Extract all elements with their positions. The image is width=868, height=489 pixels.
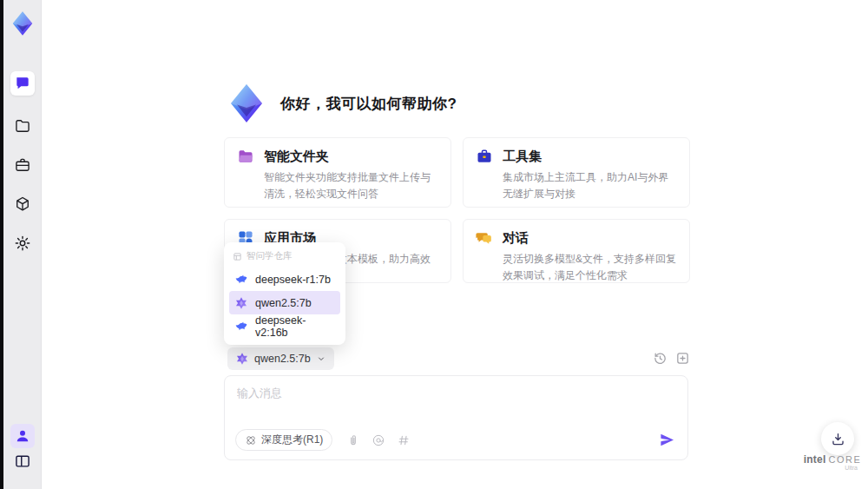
message-input[interactable] <box>237 386 671 426</box>
new-chat-icon[interactable] <box>675 351 690 366</box>
briefcase-icon <box>14 156 31 174</box>
app-window: 你好，我可以如何帮助你? 智能文件夹 智能文件夹功能支持批量文件上传与清洗，轻松… <box>0 0 868 489</box>
intel-logo-text: intel <box>804 453 826 466</box>
card-desc: 智能文件夹功能支持批量文件上传与清洗，轻松实现文件问答 <box>264 169 438 202</box>
deepseek-icon <box>234 273 248 287</box>
qwen-icon <box>235 352 249 366</box>
sidebar-item-models[interactable] <box>10 192 35 216</box>
card-desc: 灵活切换多模型&文件，支持多样回复效果调试，满足个性化需求 <box>503 251 677 283</box>
card-toolset[interactable]: 工具集 集成市场上主流工具，助力AI与外界无缝扩展与对接 <box>463 137 690 208</box>
qwen-icon <box>234 296 248 310</box>
chat-icon <box>14 75 31 92</box>
sidebar-item-chat[interactable] <box>10 71 35 96</box>
model-option-label: qwen2.5:7b <box>255 297 312 309</box>
sidebar-item-account[interactable] <box>10 424 35 448</box>
atom-icon <box>245 434 257 446</box>
toolset-icon <box>476 148 493 165</box>
download-icon <box>830 431 846 447</box>
selected-model-label: qwen2.5:7b <box>254 353 311 365</box>
sidebar-item-toolbox[interactable] <box>10 153 35 177</box>
deep-think-button[interactable]: 深度思考(R1) <box>235 429 332 451</box>
greeting: 你好，我可以如何帮助你? <box>226 83 457 124</box>
card-dialogue[interactable]: 对话 灵活切换多模型&文件，支持多样回复效果调试，满足个性化需求 <box>463 219 690 283</box>
model-dropdown: 智问学仓库 deepseek-r1:7b qwen2.5:7b deepseek… <box>224 242 345 345</box>
card-title: 工具集 <box>503 149 542 165</box>
history-icon[interactable] <box>653 351 667 366</box>
chevron-down-icon <box>316 354 326 364</box>
smart-folder-icon <box>237 148 254 165</box>
sidebar-toggle[interactable] <box>10 449 35 473</box>
hashtag-icon[interactable] <box>397 433 411 447</box>
card-desc: 集成市场上主流工具，助力AI与外界无缝扩展与对接 <box>503 169 677 202</box>
card-title: 智能文件夹 <box>264 149 329 165</box>
model-option-label: deepseek-v2:16b <box>255 314 335 339</box>
folder-icon <box>14 117 31 135</box>
intel-tier-text: Ultra <box>806 465 858 471</box>
download-button[interactable] <box>821 422 854 455</box>
model-selector-button[interactable]: qwen2.5:7b <box>227 347 334 370</box>
panel-icon <box>14 453 31 470</box>
chat-actions <box>653 351 690 366</box>
model-option-deepseek-v2[interactable]: deepseek-v2:16b <box>229 314 340 338</box>
model-option-qwen[interactable]: qwen2.5:7b <box>229 291 340 314</box>
repository-icon <box>233 252 242 261</box>
deepseek-icon <box>234 320 248 334</box>
sidebar-item-folders[interactable] <box>10 114 35 138</box>
card-smart-folder[interactable]: 智能文件夹 智能文件夹功能支持批量文件上传与清洗，轻松实现文件问答 <box>224 137 451 208</box>
core-logo-text: CORE <box>828 454 861 465</box>
assistant-logo-icon <box>226 83 267 124</box>
composer-toolbar: 深度思考(R1) <box>235 429 675 451</box>
gear-icon <box>14 235 31 252</box>
sidebar-item-settings[interactable] <box>10 231 35 255</box>
sidebar <box>3 0 42 489</box>
model-option-deepseek-r1[interactable]: deepseek-r1:7b <box>229 268 340 291</box>
user-icon <box>14 427 31 445</box>
send-icon[interactable] <box>659 432 675 448</box>
model-dropdown-header: 智问学仓库 <box>229 248 340 268</box>
composer: 深度思考(R1) <box>224 375 688 460</box>
greeting-title: 你好，我可以如何帮助你? <box>280 94 457 114</box>
cube-icon <box>14 195 31 213</box>
mention-icon[interactable] <box>372 433 385 447</box>
app-logo-icon <box>10 10 36 36</box>
dialogue-icon <box>476 229 493 247</box>
card-title: 对话 <box>503 230 529 247</box>
model-option-label: deepseek-r1:7b <box>255 274 331 286</box>
composer-icons <box>346 433 411 447</box>
deep-think-label: 深度思考(R1) <box>261 433 323 447</box>
attachment-icon[interactable] <box>346 433 360 447</box>
model-dropdown-header-label: 智问学仓库 <box>247 250 293 262</box>
intel-core-badge: intel CORE Ultra <box>806 453 859 471</box>
